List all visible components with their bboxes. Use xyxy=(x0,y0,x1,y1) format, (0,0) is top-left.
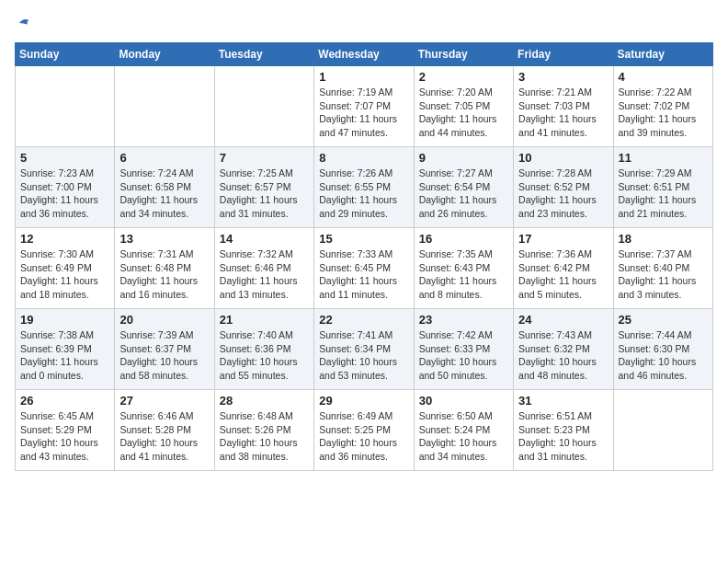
day-number: 4 xyxy=(619,70,708,84)
day-info: Sunrise: 6:49 AMSunset: 5:25 PMDaylight:… xyxy=(319,409,408,464)
day-number: 19 xyxy=(20,313,109,327)
day-number: 20 xyxy=(119,313,209,327)
day-number: 14 xyxy=(220,232,309,246)
calendar-cell: 5 Sunrise: 7:23 AMSunset: 7:00 PMDayligh… xyxy=(16,147,115,228)
day-info: Sunrise: 7:20 AMSunset: 7:05 PMDaylight:… xyxy=(419,86,508,140)
calendar-cell: 31 Sunrise: 6:51 AMSunset: 5:23 PMDaylig… xyxy=(514,390,613,471)
day-number: 7 xyxy=(220,151,309,165)
day-number: 29 xyxy=(319,394,408,408)
calendar-cell: 14 Sunrise: 7:32 AMSunset: 6:46 PMDaylig… xyxy=(214,228,313,309)
calendar-cell: 13 Sunrise: 7:31 AMSunset: 6:48 PMDaylig… xyxy=(115,228,214,309)
day-info: Sunrise: 7:23 AMSunset: 7:00 PMDaylight:… xyxy=(20,167,109,221)
calendar-cell: 1 Sunrise: 7:19 AMSunset: 7:07 PMDayligh… xyxy=(314,66,414,147)
day-number: 18 xyxy=(619,232,708,246)
calendar-table: SundayMondayTuesdayWednesdayThursdayFrid… xyxy=(15,42,713,471)
day-info: Sunrise: 7:40 AMSunset: 6:36 PMDaylight:… xyxy=(220,328,309,383)
calendar-cell xyxy=(115,66,214,147)
day-info: Sunrise: 7:38 AMSunset: 6:39 PMDaylight:… xyxy=(20,328,109,383)
col-header-friday: Friday xyxy=(514,43,613,66)
day-info: Sunrise: 7:30 AMSunset: 6:49 PMDaylight:… xyxy=(20,247,109,302)
day-info: Sunrise: 7:37 AMSunset: 6:40 PMDaylight:… xyxy=(619,247,708,302)
day-number: 17 xyxy=(518,232,608,246)
col-header-saturday: Saturday xyxy=(613,43,712,66)
day-number: 31 xyxy=(518,394,608,408)
calendar-cell: 20 Sunrise: 7:39 AMSunset: 6:37 PMDaylig… xyxy=(115,309,214,390)
page-header xyxy=(15,15,713,31)
logo-bird-icon xyxy=(17,15,33,31)
day-number: 10 xyxy=(518,151,608,165)
calendar-cell xyxy=(214,66,313,147)
day-info: Sunrise: 7:42 AMSunset: 6:33 PMDaylight:… xyxy=(419,328,508,383)
calendar-cell: 22 Sunrise: 7:41 AMSunset: 6:34 PMDaylig… xyxy=(314,309,414,390)
calendar-cell: 25 Sunrise: 7:44 AMSunset: 6:30 PMDaylig… xyxy=(613,309,712,390)
calendar-cell: 11 Sunrise: 7:29 AMSunset: 6:51 PMDaylig… xyxy=(613,147,712,228)
day-number: 11 xyxy=(619,151,708,165)
day-info: Sunrise: 7:25 AMSunset: 6:57 PMDaylight:… xyxy=(220,167,309,221)
col-header-monday: Monday xyxy=(115,43,214,66)
day-info: Sunrise: 6:48 AMSunset: 5:26 PMDaylight:… xyxy=(220,409,309,464)
day-number: 12 xyxy=(20,232,109,246)
calendar-cell: 7 Sunrise: 7:25 AMSunset: 6:57 PMDayligh… xyxy=(214,147,313,228)
day-info: Sunrise: 7:32 AMSunset: 6:46 PMDaylight:… xyxy=(220,247,309,302)
calendar-cell: 3 Sunrise: 7:21 AMSunset: 7:03 PMDayligh… xyxy=(514,66,613,147)
day-number: 9 xyxy=(419,151,508,165)
calendar-cell: 28 Sunrise: 6:48 AMSunset: 5:26 PMDaylig… xyxy=(214,390,313,471)
day-number: 6 xyxy=(119,151,209,165)
day-info: Sunrise: 7:39 AMSunset: 6:37 PMDaylight:… xyxy=(119,328,209,383)
day-number: 16 xyxy=(419,232,508,246)
day-number: 3 xyxy=(518,70,608,84)
calendar-cell: 17 Sunrise: 7:36 AMSunset: 6:42 PMDaylig… xyxy=(514,228,613,309)
day-number: 5 xyxy=(20,151,109,165)
calendar-cell: 27 Sunrise: 6:46 AMSunset: 5:28 PMDaylig… xyxy=(115,390,214,471)
col-header-tuesday: Tuesday xyxy=(214,43,313,66)
calendar-cell: 9 Sunrise: 7:27 AMSunset: 6:54 PMDayligh… xyxy=(414,147,513,228)
day-number: 27 xyxy=(119,394,209,408)
calendar-cell: 24 Sunrise: 7:43 AMSunset: 6:32 PMDaylig… xyxy=(514,309,613,390)
calendar-cell: 18 Sunrise: 7:37 AMSunset: 6:40 PMDaylig… xyxy=(613,228,712,309)
logo xyxy=(15,15,35,31)
day-info: Sunrise: 7:22 AMSunset: 7:02 PMDaylight:… xyxy=(619,86,708,140)
calendar-cell: 23 Sunrise: 7:42 AMSunset: 6:33 PMDaylig… xyxy=(414,309,513,390)
day-info: Sunrise: 7:31 AMSunset: 6:48 PMDaylight:… xyxy=(119,247,209,302)
day-info: Sunrise: 7:41 AMSunset: 6:34 PMDaylight:… xyxy=(319,328,408,383)
day-number: 23 xyxy=(419,313,508,327)
day-info: Sunrise: 6:45 AMSunset: 5:29 PMDaylight:… xyxy=(20,409,109,464)
calendar-cell: 8 Sunrise: 7:26 AMSunset: 6:55 PMDayligh… xyxy=(314,147,414,228)
calendar-cell: 10 Sunrise: 7:28 AMSunset: 6:52 PMDaylig… xyxy=(514,147,613,228)
day-info: Sunrise: 7:28 AMSunset: 6:52 PMDaylight:… xyxy=(518,167,608,221)
calendar-cell: 6 Sunrise: 7:24 AMSunset: 6:58 PMDayligh… xyxy=(115,147,214,228)
day-info: Sunrise: 7:43 AMSunset: 6:32 PMDaylight:… xyxy=(518,328,608,383)
calendar-cell: 29 Sunrise: 6:49 AMSunset: 5:25 PMDaylig… xyxy=(314,390,414,471)
day-number: 15 xyxy=(319,232,408,246)
calendar-cell: 15 Sunrise: 7:33 AMSunset: 6:45 PMDaylig… xyxy=(314,228,414,309)
calendar-cell: 30 Sunrise: 6:50 AMSunset: 5:24 PMDaylig… xyxy=(414,390,513,471)
day-info: Sunrise: 7:24 AMSunset: 6:58 PMDaylight:… xyxy=(119,167,209,221)
day-number: 21 xyxy=(220,313,309,327)
calendar-cell xyxy=(613,390,712,471)
calendar-cell: 4 Sunrise: 7:22 AMSunset: 7:02 PMDayligh… xyxy=(613,66,712,147)
day-info: Sunrise: 6:46 AMSunset: 5:28 PMDaylight:… xyxy=(119,409,209,464)
day-number: 2 xyxy=(419,70,508,84)
calendar-cell: 2 Sunrise: 7:20 AMSunset: 7:05 PMDayligh… xyxy=(414,66,513,147)
calendar-cell xyxy=(16,66,115,147)
day-info: Sunrise: 7:27 AMSunset: 6:54 PMDaylight:… xyxy=(419,167,508,221)
day-number: 26 xyxy=(20,394,109,408)
day-number: 28 xyxy=(220,394,309,408)
day-info: Sunrise: 7:33 AMSunset: 6:45 PMDaylight:… xyxy=(319,247,408,302)
calendar-cell: 21 Sunrise: 7:40 AMSunset: 6:36 PMDaylig… xyxy=(214,309,313,390)
day-info: Sunrise: 7:36 AMSunset: 6:42 PMDaylight:… xyxy=(518,247,608,302)
col-header-wednesday: Wednesday xyxy=(314,43,414,66)
col-header-thursday: Thursday xyxy=(414,43,513,66)
day-info: Sunrise: 6:51 AMSunset: 5:23 PMDaylight:… xyxy=(518,409,608,464)
day-number: 8 xyxy=(319,151,408,165)
day-info: Sunrise: 7:26 AMSunset: 6:55 PMDaylight:… xyxy=(319,167,408,221)
day-number: 13 xyxy=(119,232,209,246)
day-number: 30 xyxy=(419,394,508,408)
calendar-cell: 19 Sunrise: 7:38 AMSunset: 6:39 PMDaylig… xyxy=(16,309,115,390)
day-number: 24 xyxy=(518,313,608,327)
day-info: Sunrise: 6:50 AMSunset: 5:24 PMDaylight:… xyxy=(419,409,508,464)
calendar-cell: 16 Sunrise: 7:35 AMSunset: 6:43 PMDaylig… xyxy=(414,228,513,309)
day-info: Sunrise: 7:29 AMSunset: 6:51 PMDaylight:… xyxy=(619,167,708,221)
day-number: 1 xyxy=(319,70,408,84)
day-number: 22 xyxy=(319,313,408,327)
